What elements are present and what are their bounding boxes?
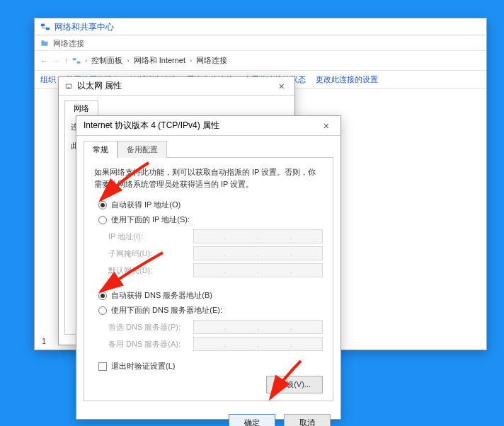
breadcrumb[interactable]: ← → ↑ › 控制面板 › 网络和 Internet › 网络连接 <box>35 51 486 71</box>
tab-general[interactable]: 常规 <box>84 141 118 158</box>
tabs: 网络 <box>59 96 294 115</box>
tabs: 常规 备用配置 <box>76 136 340 157</box>
folder-icon <box>40 39 49 47</box>
ipv4-properties-dialog: Internet 协议版本 4 (TCP/IPv4) 属性 × 常规 备用配置 … <box>76 115 341 420</box>
tab-alternate[interactable]: 备用配置 <box>118 141 167 158</box>
cancel-button[interactable]: 取消 <box>284 414 331 426</box>
dns2-input: ... <box>193 337 323 351</box>
radio-auto-ip[interactable] <box>98 201 107 209</box>
dns2-label: 备用 DNS 服务器(A): <box>108 339 193 350</box>
dns-group: 自动获得 DNS 服务器地址(B) 使用下面的 DNS 服务器地址(E): 首选… <box>94 290 323 351</box>
mask-input: ... <box>193 246 323 260</box>
ip-label: IP 地址(I): <box>108 231 193 242</box>
svg-rect-3 <box>42 40 45 42</box>
ok-button[interactable]: 确定 <box>229 414 275 426</box>
network-icon <box>40 22 50 32</box>
radio-manual-ip[interactable] <box>98 216 107 224</box>
breadcrumb-item[interactable]: 控制面板 <box>91 55 122 66</box>
gateway-label: 默认网关(D): <box>108 265 193 276</box>
svg-rect-7 <box>68 87 70 88</box>
window-title: 以太网 属性 × <box>59 77 294 96</box>
validate-label: 退出时验证设置(L) <box>111 361 175 372</box>
radio-manual-ip-row[interactable]: 使用下面的 IP 地址(S): <box>98 214 323 225</box>
validate-row[interactable]: 退出时验证设置(L) <box>98 361 323 372</box>
close-icon[interactable]: × <box>319 120 333 132</box>
dns1-label: 首选 DNS 服务器(P): <box>108 322 193 333</box>
toolbar-organize[interactable]: 组织 <box>40 74 56 85</box>
description: 如果网络支持此功能，则可以获取自动指派的 IP 设置。否则，你需要从网络系统管理… <box>94 166 323 190</box>
svg-rect-4 <box>73 58 76 60</box>
advanced-row: 高级(V)... <box>94 376 323 393</box>
radio-manual-dns-row[interactable]: 使用下面的 DNS 服务器地址(E): <box>98 305 323 316</box>
dialog-title-text: Internet 协议版本 4 (TCP/IPv4) 属性 <box>84 120 219 132</box>
radio-manual-ip-label: 使用下面的 IP 地址(S): <box>111 214 190 225</box>
advanced-button[interactable]: 高级(V)... <box>266 376 323 393</box>
dialog-buttons: 确定 取消 <box>76 408 340 426</box>
breadcrumb-item[interactable]: 网络连接 <box>196 55 227 66</box>
dns1-input: ... <box>193 320 323 334</box>
window-title: 网络和共享中心 <box>35 18 486 35</box>
window-title-text: 以太网 属性 <box>77 80 122 92</box>
toolbar-change-settings[interactable]: 更改此连接的设置 <box>316 74 378 85</box>
ethernet-icon <box>64 82 73 91</box>
gateway-input: ... <box>193 263 323 277</box>
ip-input: ... <box>193 229 323 243</box>
chevron-right-icon: › <box>190 57 192 64</box>
mask-field-row: 子网掩码(U): ... <box>108 246 323 260</box>
radio-auto-ip-label: 自动获得 IP 地址(O) <box>111 200 181 210</box>
radio-auto-dns[interactable] <box>98 292 107 300</box>
item-count: 1 <box>42 337 46 345</box>
validate-checkbox[interactable] <box>98 362 107 371</box>
radio-auto-dns-row[interactable]: 自动获得 DNS 服务器地址(B) <box>98 290 323 301</box>
window-title-text: 网络和共享中心 <box>55 18 114 35</box>
close-icon[interactable]: × <box>275 81 289 92</box>
subbar: 网络连接 <box>35 35 486 51</box>
nav-fwd-icon[interactable]: → <box>52 57 60 65</box>
gateway-field-row: 默认网关(D): ... <box>108 263 323 277</box>
svg-rect-0 <box>41 23 45 26</box>
chevron-right-icon: › <box>127 57 129 64</box>
mask-label: 子网掩码(U): <box>108 248 193 259</box>
subbar-text: 网络连接 <box>53 35 84 51</box>
dns1-field-row: 首选 DNS 服务器(P): ... <box>108 320 323 334</box>
network-icon <box>72 57 81 65</box>
dialog-title: Internet 协议版本 4 (TCP/IPv4) 属性 × <box>76 116 340 136</box>
panel: 如果网络支持此功能，则可以获取自动指派的 IP 设置。否则，你需要从网络系统管理… <box>84 157 333 401</box>
radio-auto-dns-label: 自动获得 DNS 服务器地址(B) <box>111 290 212 301</box>
tab-network[interactable]: 网络 <box>64 100 98 116</box>
chevron-right-icon: › <box>85 57 87 64</box>
nav-back-icon[interactable]: ← <box>40 57 48 65</box>
breadcrumb-item[interactable]: 网络和 Internet <box>134 55 185 66</box>
radio-manual-dns-label: 使用下面的 DNS 服务器地址(E): <box>111 305 222 316</box>
svg-rect-2 <box>42 41 48 45</box>
svg-rect-5 <box>77 61 81 63</box>
ip-field-row: IP 地址(I): ... <box>108 229 323 243</box>
radio-manual-dns[interactable] <box>98 306 107 315</box>
dns2-field-row: 备用 DNS 服务器(A): ... <box>108 337 323 351</box>
radio-auto-ip-row[interactable]: 自动获得 IP 地址(O) <box>98 200 323 210</box>
chevron-up-icon[interactable]: ↑ <box>64 57 68 64</box>
